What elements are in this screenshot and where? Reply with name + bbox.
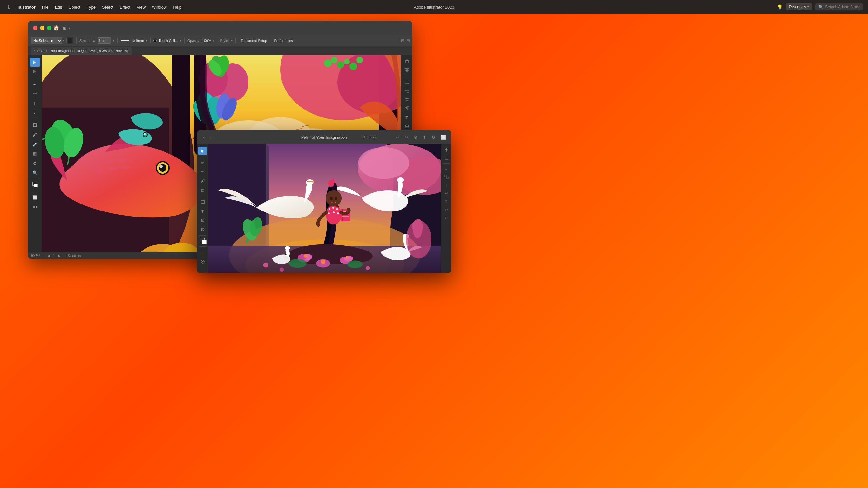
menu-illustrator[interactable]: Illustrator [13,3,39,11]
float-image[interactable]: 🖼 [198,225,207,234]
svg-point-95 [335,197,337,200]
type-panel-icon[interactable]: T [403,113,411,122]
menu-view[interactable]: View [133,3,149,11]
more-tools[interactable]: ••• [30,202,40,212]
stroke-up-icon[interactable]: ▲ [92,39,96,42]
stroke-type-arrow[interactable]: ▾ [146,39,148,42]
pencil-tool[interactable]: ✏ [30,89,40,98]
maximize-button[interactable] [47,26,52,30]
eyedropper-tool[interactable]: 💉 [30,140,40,149]
screen-mode-tool[interactable]: ⬜ [30,193,40,202]
float-rect[interactable] [198,198,207,206]
warp-tool[interactable]: ⊙ [30,159,40,168]
float-layers-btn[interactable] [442,146,451,154]
float-type-btn[interactable]: T [442,181,451,189]
float-undo-btn[interactable]: ↩ [442,206,451,214]
svg-point-83 [332,207,334,208]
float-crop[interactable]: ⊡ [198,216,207,225]
menu-select[interactable]: Select [99,3,117,11]
align-panel-icon[interactable] [403,96,411,104]
appearance-icon[interactable] [403,122,411,130]
float-redo[interactable]: ↪ [403,134,410,140]
float-paint[interactable]: 🖌 [198,177,207,185]
line-tool[interactable]: / [30,108,40,117]
float-circle-tool[interactable] [198,258,207,266]
gradient-tool[interactable]: ▦ [30,149,40,158]
fill-stroke-display[interactable] [30,181,40,190]
fill-color-swatch[interactable] [68,38,72,43]
arrange-icon[interactable]: ⊞ [406,38,410,43]
menu-help[interactable]: Help [170,3,185,11]
float-pen[interactable]: ✒ [198,168,207,176]
float-pause[interactable]: ⏸ [198,248,207,257]
svg-rect-49 [405,83,409,84]
svg-rect-51 [407,91,409,93]
layers-icon[interactable] [403,57,411,65]
float-nav-forward[interactable]: › [208,133,214,142]
home-icon[interactable]: 🏠 [53,25,59,31]
close-button[interactable] [33,26,37,30]
menu-object[interactable]: Object [65,3,84,11]
float-undo[interactable]: ↩ [395,134,401,140]
align-icon[interactable]: ⊟ [401,38,404,43]
rect-tool[interactable] [30,121,40,130]
essentials-button[interactable]: Essentials ▾ [786,3,812,10]
float-select-tool[interactable] [198,147,207,155]
zoom-tool[interactable]: 🔍 [30,168,40,177]
float-share[interactable]: ⬆ [421,134,428,140]
float-more[interactable]: ⬜ [439,134,447,140]
menu-window[interactable]: Window [149,3,170,11]
menu-file[interactable]: File [39,3,52,11]
float-pencil[interactable]: ✏ [198,158,207,167]
svg-point-30 [159,165,163,168]
search-stock-box[interactable]: 🔍 Search Adobe Stock [815,3,863,10]
float-add[interactable]: ⊕ [412,134,419,140]
float-settings-btn[interactable]: ⚙ [442,214,451,222]
touch-color [153,39,157,42]
svg-rect-118 [445,159,448,160]
float-nav-back[interactable]: ‹ [201,133,207,142]
document-setup-button[interactable]: Document Setup [239,38,270,43]
pathfinder-icon[interactable] [403,104,411,113]
properties-icon[interactable] [403,78,411,86]
float-spacing-btn[interactable] [442,154,451,162]
float-eraser[interactable]: ◻ [198,186,207,194]
select-tool[interactable] [30,58,40,67]
selection-dropdown[interactable]: No Selection [31,37,62,44]
menu-effect[interactable]: Effect [117,3,133,11]
float-typography-btn[interactable]: T [442,198,451,205]
opacity-icon[interactable]: › [213,39,214,42]
float-properties-btn[interactable]: ≡ [442,165,451,172]
svg-point-112 [406,220,431,258]
float-type[interactable]: T [198,207,207,215]
direct-select-tool[interactable] [30,67,40,76]
file-tab[interactable]: × Palm of Your Imagination.ai @ 99.5% (R… [31,47,131,55]
minimize-button[interactable] [40,26,44,30]
float-color-display[interactable] [199,237,207,245]
layout-icon[interactable]: ⊞ [63,26,66,31]
float-settings[interactable]: ⚙ [430,134,437,140]
selection-arrow[interactable]: ▾ [63,39,64,42]
svg-rect-47 [405,80,409,81]
nav-next[interactable]: ▶ [58,254,61,258]
paint-tool[interactable]: 🖌 [30,130,40,139]
pen-tool[interactable]: ✒ [30,80,40,89]
chevron-icon[interactable]: ▾ [69,26,70,30]
float-transform-btn[interactable] [442,173,451,181]
float-title: Palm of Your Imagination [301,135,347,140]
tab-close-icon[interactable]: × [34,49,36,53]
preferences-button[interactable]: Preferences [271,38,295,43]
menu-type[interactable]: Type [84,3,99,11]
stroke-value-input[interactable] [97,37,111,44]
artboards-icon[interactable] [403,66,411,74]
menu-edit[interactable]: Edit [52,3,65,11]
apple-menu[interactable]:  [5,3,13,11]
float-history-btn[interactable]: ↩ [442,190,451,197]
type-tool[interactable]: T [30,99,40,108]
transform-icon[interactable] [403,87,411,95]
stroke-down-icon[interactable]: ▾ [113,39,114,42]
style-arrow[interactable]: ▾ [231,39,232,42]
nav-prev[interactable]: ◀ [47,254,50,258]
touch-arrow[interactable]: ▾ [180,39,181,42]
zoom-display[interactable]: 99.5% [31,254,40,258]
